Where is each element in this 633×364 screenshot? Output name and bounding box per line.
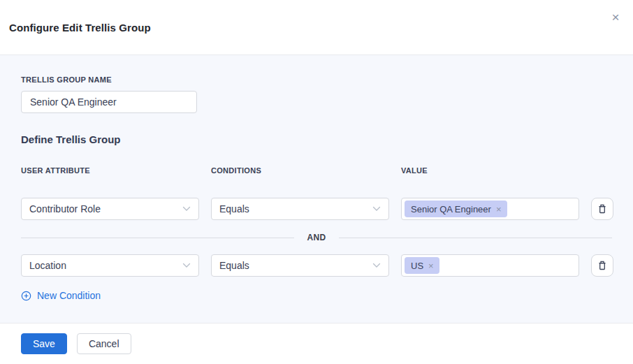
condition-row: Contributor Role Equals Senior QA Engine… [21,198,612,220]
condition-column-headers: USER ATTRIBUTE CONDITIONS VALUE [21,166,612,175]
divider-line [21,238,294,238]
chevron-down-icon [182,263,191,268]
column-header-user-attribute: USER ATTRIBUTE [21,166,199,175]
condition-selected-value: Equals [219,203,249,214]
user-attribute-select[interactable]: Contributor Role [21,198,199,220]
condition-select[interactable]: Equals [211,254,389,277]
value-chip: Senior QA Engineer × [405,201,507,217]
delete-condition-button[interactable] [591,254,613,277]
delete-condition-button[interactable] [591,198,613,220]
value-chip: US × [405,257,439,274]
column-header-value: VALUE [401,166,579,175]
condition-select[interactable]: Equals [211,198,389,220]
group-name-label: TRELLIS GROUP NAME [21,75,612,84]
chip-remove-icon[interactable]: × [496,205,502,214]
and-operator-divider: AND [21,233,612,242]
modal-body: TRELLIS GROUP NAME Define Trellis Group … [0,55,633,323]
new-condition-label: New Condition [37,290,101,301]
value-input[interactable]: Senior QA Engineer × [401,198,579,220]
trash-icon [597,203,608,214]
user-attribute-selected-value: Location [29,260,66,271]
value-chip-label: US [411,261,423,271]
cancel-button[interactable]: Cancel [77,333,131,354]
modal-footer: Save Cancel [0,323,633,364]
chevron-down-icon [372,206,381,212]
value-input[interactable]: US × [401,254,579,277]
group-name-input[interactable] [21,91,197,113]
column-header-conditions: CONDITIONS [211,166,389,175]
divider-line [339,238,612,238]
user-attribute-selected-value: Contributor Role [29,203,101,214]
new-condition-button[interactable]: New Condition [21,290,101,301]
modal-header: Configure Edit Trellis Group × [0,0,633,55]
chevron-down-icon [182,206,191,212]
modal-title: Configure Edit Trellis Group [9,22,151,34]
value-chip-label: Senior QA Engineer [411,204,491,214]
chevron-down-icon [372,263,381,268]
section-title: Define Trellis Group [21,133,612,145]
trash-icon [597,260,608,271]
condition-selected-value: Equals [219,260,249,271]
plus-circle-icon [21,291,31,301]
condition-row: Location Equals US × [21,254,612,277]
operator-label: AND [307,233,326,242]
chip-remove-icon[interactable]: × [428,261,434,270]
user-attribute-select[interactable]: Location [21,254,199,277]
save-button[interactable]: Save [21,333,67,354]
configure-trellis-group-modal: Configure Edit Trellis Group × TRELLIS G… [0,0,633,364]
close-icon[interactable]: × [608,9,623,24]
